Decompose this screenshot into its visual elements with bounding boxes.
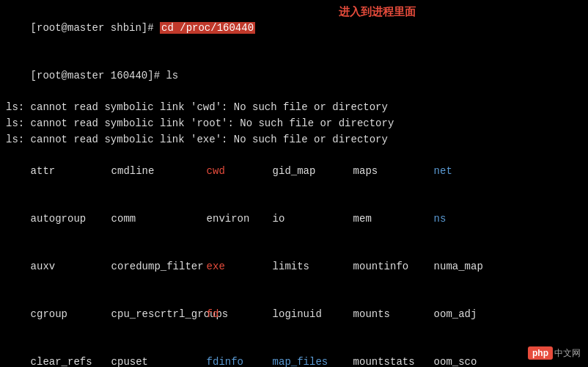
file-maps: maps (353, 164, 434, 180)
error-root: ls: cannot read symbolic link 'root': No… (6, 116, 582, 132)
file-cmdline: cmdline (111, 164, 207, 180)
file-oomsco: oom_sco (434, 356, 477, 367)
php-suffix: 中文网 (554, 347, 581, 360)
file-row-2: autogroupcommenvironiomemns (6, 195, 582, 243)
file-mounts: mounts (353, 307, 434, 323)
file-cpuset: cpuset (111, 355, 207, 367)
file-row-3: auxvcoredump_filterexelimitsmountinfonum… (6, 243, 582, 291)
file-mountinfo: mountinfo (353, 259, 434, 275)
file-row-4: cgroupcpu_rescrtrl_groupsfdloginuidmount… (6, 291, 582, 338)
php-badge-container: php 中文网 (528, 346, 581, 360)
cmd-cd: cd /proc/160440 (160, 22, 255, 34)
file-io: io (273, 211, 353, 228)
file-row-5: clear_refscpusetfdinfomap_filesmountstat… (6, 338, 582, 367)
file-loginuid: loginuid (273, 307, 353, 323)
file-mountstats: mountstats (353, 355, 434, 367)
file-fdinfo: fdinfo (207, 355, 273, 367)
terminal: [root@master shbin]# cd /proc/160440 进入到… (0, 0, 588, 367)
file-auxv: auxv (31, 259, 111, 275)
file-gidmap: gid_map (273, 164, 353, 180)
file-mem: mem (353, 211, 434, 228)
line-2: [root@master 160440]# ls (6, 52, 582, 100)
file-mapfiles: map_files (273, 355, 353, 367)
php-badge: php (528, 346, 553, 360)
file-limits: limits (273, 259, 353, 275)
file-comm: comm (111, 211, 207, 228)
file-coredump: coredump_filter (111, 259, 207, 275)
file-exe: exe (207, 259, 273, 275)
error-exe: ls: cannot read symbolic link 'exe': No … (6, 132, 582, 148)
prompt-1: [root@master shbin]# (31, 22, 160, 34)
annotation-enter-proc: 进入到进程里面 (339, 3, 416, 20)
file-fd: fd (207, 307, 273, 323)
file-clearrefs: clear_refs (31, 355, 111, 367)
prompt-2: [root@master 160440]# ls (31, 70, 179, 81)
file-row-1: attrcmdlinecwdgid_mapmapsnet (6, 148, 582, 195)
file-cgroup: cgroup (31, 307, 111, 323)
file-numamap: numa_map (434, 261, 483, 272)
file-autogroup: autogroup (31, 211, 111, 228)
file-cwd: cwd (207, 164, 273, 180)
file-ns: ns (434, 213, 446, 225)
file-oomadj: oom_adj (434, 308, 477, 320)
line-1: [root@master shbin]# cd /proc/160440 (6, 4, 582, 52)
file-cpurescrtrl: cpu_rescrtrl_groups (111, 307, 207, 323)
file-environ: environ (207, 211, 273, 228)
error-cwd: ls: cannot read symbolic link 'cwd': No … (6, 100, 582, 116)
file-attr: attr (31, 164, 111, 180)
file-net: net (434, 165, 452, 177)
